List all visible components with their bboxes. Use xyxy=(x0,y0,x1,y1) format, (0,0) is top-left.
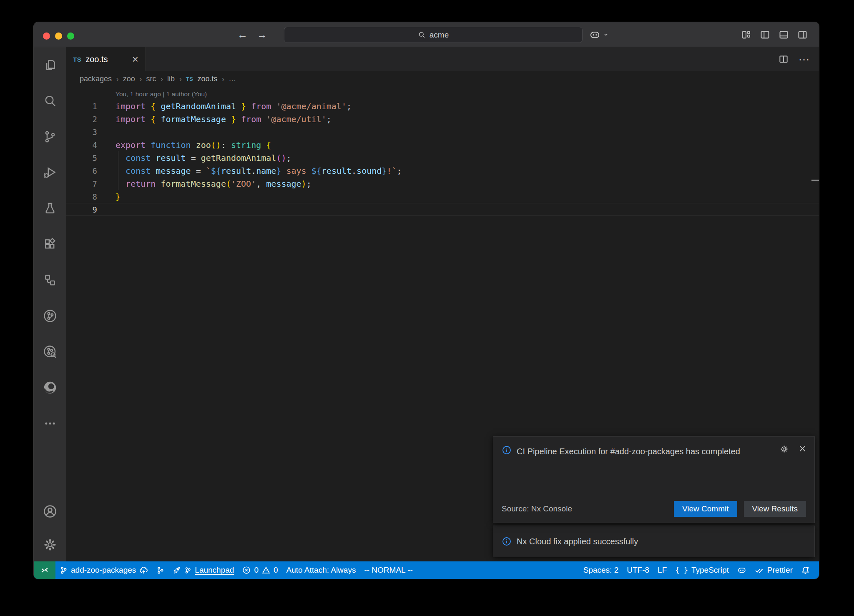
language-status[interactable]: { } TypeScript xyxy=(671,561,733,579)
code-text: import { formatMessage } from '@acme/uti… xyxy=(97,114,332,124)
maximize-window-button[interactable] xyxy=(67,33,74,40)
notification-source: Source: Nx Console xyxy=(502,504,572,513)
typescript-file-icon: TS xyxy=(73,56,81,63)
git-branch-small-icon xyxy=(184,567,191,574)
launchpad-label: Launchpad xyxy=(195,566,234,575)
code-line-9[interactable]: 9 xyxy=(66,203,819,216)
git-blame-annotation: You, 1 hour ago | 1 author (You) xyxy=(66,89,819,100)
toggle-secondary-sidebar-icon[interactable] xyxy=(797,29,808,40)
view-results-button[interactable]: View Results xyxy=(744,501,806,517)
git-branch-icon xyxy=(60,566,68,574)
titlebar: ← → acme xyxy=(34,22,819,47)
explorer-icon[interactable] xyxy=(34,47,66,83)
vim-mode-status[interactable]: -- NORMAL -- xyxy=(360,561,417,579)
extensions-icon[interactable] xyxy=(34,226,66,262)
breadcrumb-separator: › xyxy=(160,74,163,84)
activity-bar xyxy=(34,47,66,561)
error-count: 0 xyxy=(254,566,259,575)
toggle-panel-icon[interactable] xyxy=(778,29,789,40)
line-number: 7 xyxy=(66,179,97,188)
code-line-6[interactable]: 6 const message = `${result.name} says $… xyxy=(66,164,819,177)
account-icon[interactable] xyxy=(34,495,66,528)
tab-bar: TS zoo.ts × … xyxy=(66,47,819,71)
search-icon xyxy=(418,31,426,39)
bell-dot-icon xyxy=(801,566,810,575)
indentation-status[interactable]: Spaces: 2 xyxy=(579,561,623,579)
notifications-bell[interactable] xyxy=(797,561,814,579)
breadcrumb-file[interactable]: zoo.ts xyxy=(197,75,217,83)
breadcrumb-item[interactable]: src xyxy=(146,75,156,83)
code-line-5[interactable]: 5 const result = getRandomAnimal(); xyxy=(66,151,819,164)
breadcrumb-item[interactable]: zoo xyxy=(123,75,135,83)
error-icon xyxy=(242,566,251,574)
breadcrumb-item[interactable]: lib xyxy=(167,75,175,83)
encoding-status[interactable]: UTF-8 xyxy=(623,561,653,579)
run-debug-icon[interactable] xyxy=(34,155,66,190)
code-line-3[interactable]: 3 xyxy=(66,125,819,138)
breadcrumb-item[interactable]: packages xyxy=(80,75,112,83)
forward-button[interactable]: → xyxy=(257,29,267,41)
search-sidebar-icon[interactable] xyxy=(34,83,66,119)
source-control-icon[interactable] xyxy=(34,119,66,155)
breadcrumb-separator: › xyxy=(179,74,182,84)
double-check-icon xyxy=(755,566,764,575)
launchpad-status[interactable]: Launchpad xyxy=(168,561,238,579)
auto-attach-status[interactable]: Auto Attach: Always xyxy=(282,561,360,579)
tab-close-icon[interactable]: × xyxy=(132,54,138,65)
testing-icon[interactable] xyxy=(34,190,66,226)
editor-more-actions-icon[interactable]: … xyxy=(798,54,811,64)
view-commit-button[interactable]: View Commit xyxy=(674,501,737,517)
settings-gear-icon[interactable] xyxy=(34,528,66,561)
line-number: 4 xyxy=(66,140,97,150)
traffic-lights xyxy=(43,33,74,40)
more-views-icon[interactable] xyxy=(34,406,66,441)
eol-status[interactable]: LF xyxy=(653,561,671,579)
search-value: acme xyxy=(430,30,449,40)
minimize-window-button[interactable] xyxy=(55,33,62,40)
command-center-search[interactable]: acme xyxy=(284,27,583,43)
overview-ruler-marker xyxy=(811,180,819,181)
commit-graph-status[interactable] xyxy=(152,561,168,579)
editor-group: TS zoo.ts × … packages › zoo › src › xyxy=(66,47,819,561)
code-editor[interactable]: You, 1 hour ago | 1 author (You) 1import… xyxy=(66,86,819,561)
code-text: return formatMessage('ZOO', message); xyxy=(97,179,311,189)
code-line-8[interactable]: 8} xyxy=(66,190,819,203)
git-branch-status[interactable]: add-zoo-packages xyxy=(55,561,152,579)
line-number: 2 xyxy=(66,115,97,124)
notification-message: Nx Cloud fix applied successfully xyxy=(517,537,638,546)
back-button[interactable]: ← xyxy=(237,29,248,41)
customize-layout-icon[interactable] xyxy=(741,29,752,40)
rocket-icon xyxy=(173,566,181,574)
split-editor-icon[interactable] xyxy=(778,54,789,65)
code-line-7[interactable]: 7 return formatMessage('ZOO', message); xyxy=(66,177,819,190)
notification-settings-icon[interactable] xyxy=(779,444,789,454)
tab-zoo-ts[interactable]: TS zoo.ts × xyxy=(66,47,146,71)
code-line-2[interactable]: 2import { formatMessage } from '@acme/ut… xyxy=(66,113,819,125)
copilot-icon xyxy=(589,29,600,40)
copilot-status[interactable] xyxy=(733,561,751,579)
line-number: 3 xyxy=(66,128,97,137)
warning-icon xyxy=(262,566,270,574)
notification-message: CI Pipeline Execution for #add-zoo-packa… xyxy=(517,445,750,458)
close-window-button[interactable] xyxy=(43,33,50,40)
gitlens-inspect-icon[interactable] xyxy=(34,334,66,370)
breadcrumb-symbol-tail[interactable]: … xyxy=(229,75,236,83)
nx-console-icon[interactable] xyxy=(34,262,66,298)
code-lines: 1import { getRandomAnimal } from '@acme/… xyxy=(66,100,819,216)
gitlens-icon[interactable] xyxy=(34,298,66,334)
tab-label: zoo.ts xyxy=(85,55,108,64)
toggle-primary-sidebar-icon[interactable] xyxy=(759,29,771,40)
line-number: 6 xyxy=(66,166,97,175)
commit-graph-icon xyxy=(156,566,164,574)
formatter-status[interactable]: Prettier xyxy=(751,561,797,579)
edge-browser-icon[interactable] xyxy=(34,370,66,406)
notification-close-icon[interactable] xyxy=(798,444,807,454)
copilot-menu[interactable] xyxy=(589,22,609,47)
code-line-1[interactable]: 1import { getRandomAnimal } from '@acme/… xyxy=(66,100,819,113)
code-text: const message = `${result.name} says ${r… xyxy=(97,166,402,176)
code-line-4[interactable]: 4export function zoo(): string { xyxy=(66,138,819,151)
problems-status[interactable]: 0 0 xyxy=(238,561,282,579)
remote-indicator[interactable] xyxy=(34,561,55,579)
notification-toast: CI Pipeline Execution for #add-zoo-packa… xyxy=(493,436,815,523)
breadcrumb-separator: › xyxy=(116,74,119,84)
